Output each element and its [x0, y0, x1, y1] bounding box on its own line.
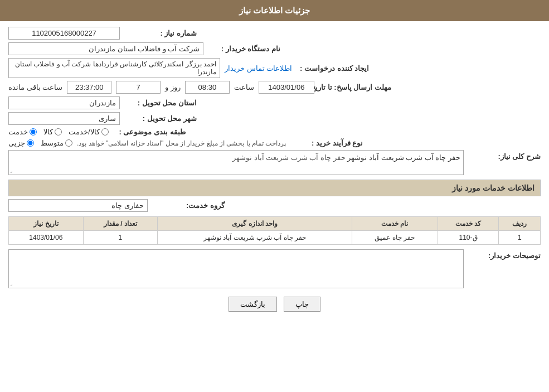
- radio-kala[interactable]: [55, 128, 62, 135]
- row-shomareNiaz: شماره نیاز : 1102005168000227: [8, 27, 541, 40]
- value-baqi: 23:37:00: [67, 81, 111, 94]
- value-ostan: مازندران: [8, 96, 120, 109]
- label-rooz: روز و: [165, 83, 181, 91]
- value-shahr: ساری: [8, 112, 120, 125]
- page-wrapper: جزئیات اطلاعات نیاز شماره نیاز : 1102005…: [0, 0, 549, 392]
- services-table: ردیف کد خدمت نام خدمت واحد اندازه گیری ت…: [8, 216, 541, 245]
- value-mohlat-date: 1403/01/06: [259, 81, 314, 94]
- row-ostan: استان محل تحویل : مازندران: [8, 96, 541, 109]
- cell-kod: ق-110: [438, 231, 499, 245]
- label-namDastgah: نام دستگاه خریدار :: [208, 45, 280, 53]
- label-jozyi: جزیی: [8, 139, 25, 147]
- radio-jozyi[interactable]: [27, 139, 34, 147]
- label-ijadKonande: ایجاد کننده درخواست :: [297, 64, 369, 72]
- label-shomareNiaz: شماره نیاز :: [124, 29, 197, 37]
- label-tosif: توصیحات خریدار:: [468, 249, 541, 260]
- radio-item-kala-khidmat: کالا/خدمت: [69, 128, 109, 136]
- radio-item-kala: کالا: [43, 128, 62, 136]
- row-goroheKhadamat: گروه خدمت: حفاری چاه: [8, 199, 541, 212]
- col-nam: نام خدمت: [352, 217, 438, 231]
- sharh-text: حفر چاه آب شرب شریعت آباد نوشهر: [347, 153, 460, 162]
- label-shahr: شهر محل تحویل :: [124, 114, 197, 123]
- btn-print[interactable]: چاپ: [284, 297, 320, 312]
- value-namDastgah: شرکت آب و فاضلاب استان مازندران: [8, 42, 203, 55]
- row-farayand: نوع فرآیند خرید : پرداخت تمام یا بخشی از…: [8, 139, 541, 147]
- col-tarikh: تاریخ نیاز: [9, 217, 84, 231]
- farayand-desc: پرداخت تمام یا بخشی از مبلغ خریدار از مح…: [77, 139, 286, 147]
- col-vahed: واحد اندازه گیری: [158, 217, 352, 231]
- row-sharhKoli: شرح کلی نیاز: حفر چاه آب شرب شریعت آباد …: [8, 150, 541, 175]
- label-saat: ساعت: [234, 83, 254, 91]
- row-mohlat: مهلت ارسال پاسخ: تا تاریخ: 1403/01/06 سا…: [8, 81, 541, 94]
- value-rooz: 7: [116, 81, 161, 94]
- row-tabaqe: طبقه بندی موضوعی : کالا/خدمت کالا خدمت: [8, 128, 541, 136]
- main-content: شماره نیاز : 1102005168000227 نام دستگاه…: [0, 21, 549, 326]
- label-goroheKhadamat: گروه خدمت:: [152, 201, 225, 210]
- col-tedad: تعداد / مقدار: [83, 217, 158, 231]
- btn-back[interactable]: بازگشت: [229, 297, 277, 312]
- section-khadamat-title: اطلاعات خدمات مورد نیاز: [452, 183, 535, 192]
- value-goroheKhadamat: حفاری چاه: [8, 199, 148, 212]
- page-header: جزئیات اطلاعات نیاز: [0, 0, 549, 21]
- cell-tarikh: 1403/01/06: [9, 231, 84, 245]
- cell-radif: 1: [499, 231, 541, 245]
- value-ijadKonande: احمد برزگر اسکندرکلائی کارشناس قراردادها…: [8, 58, 220, 78]
- row-namDastgah: نام دستگاه خریدار : شرکت آب و فاضلاب است…: [8, 42, 541, 55]
- label-tabaqe: طبقه بندی موضوعی :: [113, 128, 186, 136]
- cell-vahed: حفر چاه آب شرب شریعت آباد نوشهر: [158, 231, 352, 245]
- radio-item-jozyi: جزیی: [8, 139, 34, 147]
- radio-kala-khidmat[interactable]: [101, 128, 109, 135]
- buttons-row: چاپ بازگشت: [8, 297, 541, 312]
- sharh-display: حفر چاه آب شرب شریعت آباد نوشهر: [232, 153, 346, 162]
- resize-handle2: ⌟: [10, 280, 13, 287]
- value-tosif: ⌟: [8, 249, 464, 288]
- label-mottavasset: متوسط: [41, 139, 64, 147]
- radio-group-farayand: متوسط جزیی: [8, 139, 72, 147]
- label-khidmat: خدمت: [8, 128, 28, 136]
- row-shahr: شهر محل تحویل : ساری: [8, 112, 541, 125]
- value-sharhKoli: حفر چاه آب شرب شریعت آباد نوشهر حفر چاه …: [8, 150, 464, 175]
- label-baqi: ساعت باقی مانده: [8, 83, 62, 91]
- radio-khidmat[interactable]: [30, 128, 37, 135]
- table-header-row: ردیف کد خدمت نام خدمت واحد اندازه گیری ت…: [9, 217, 541, 231]
- label-kala: کالا: [43, 128, 53, 136]
- label-sharhKoli: شرح کلی نیاز:: [468, 150, 541, 161]
- cell-nam: حفر چاه عمیق: [352, 231, 438, 245]
- col-kod: کد خدمت: [438, 217, 499, 231]
- radio-group-tabaqe: کالا/خدمت کالا خدمت: [8, 128, 109, 136]
- page-title: جزئیات اطلاعات نیاز: [239, 6, 310, 15]
- section-khadamat: اطلاعات خدمات مورد نیاز: [8, 180, 541, 196]
- col-radif: ردیف: [499, 217, 541, 231]
- label-ostan: استان محل تحویل :: [124, 99, 197, 107]
- resize-handle: ⌟: [10, 167, 13, 173]
- cell-tedad: 1: [83, 231, 158, 245]
- radio-mottavasset[interactable]: [65, 139, 72, 147]
- table-row: 1 ق-110 حفر چاه عمیق حفر چاه آب شرب شریع…: [9, 231, 541, 245]
- radio-item-mottavasset: متوسط: [41, 139, 72, 147]
- radio-item-khidmat: خدمت: [8, 128, 37, 136]
- link-ettelaat[interactable]: اطلاعات تماس خریدار: [225, 64, 292, 72]
- label-farayand: نوع فرآیند خرید :: [290, 139, 363, 147]
- row-tosif: توصیحات خریدار: ⌟: [8, 249, 541, 288]
- value-saat: 08:30: [185, 81, 230, 94]
- label-kala-khidmat: کالا/خدمت: [69, 128, 100, 136]
- row-ijadKonande: ایجاد کننده درخواست : اطلاعات تماس خریدا…: [8, 58, 541, 78]
- label-mohlat: مهلت ارسال پاسخ: تا تاریخ:: [319, 83, 391, 91]
- value-shomareNiaz: 1102005168000227: [8, 27, 120, 40]
